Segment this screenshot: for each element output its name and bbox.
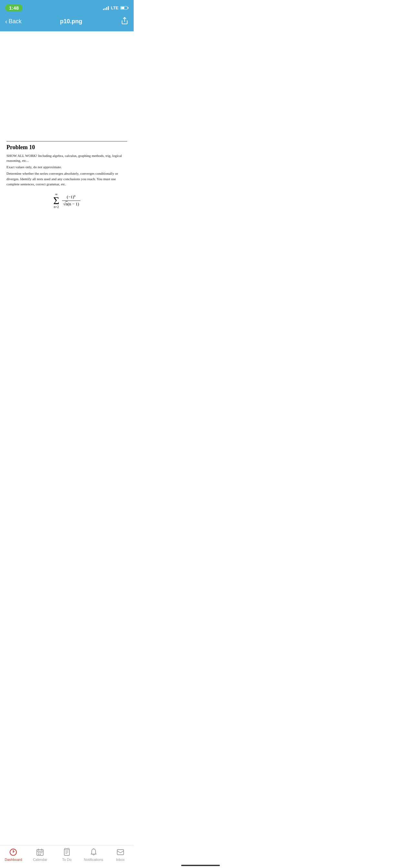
problem-instruction-1: SHOW ALL WORK! Including algebra, calcul… — [6, 153, 127, 163]
problem-title: Problem 10 — [6, 144, 127, 151]
battery-icon — [120, 6, 128, 10]
battery-fill — [121, 7, 124, 9]
fraction-block: (−1)n √n(n − 1) — [62, 194, 81, 206]
sum-lower-limit: n=2 — [54, 205, 59, 209]
problem-section: Problem 10 SHOW ALL WORK! Including alge… — [6, 141, 127, 209]
share-button[interactable] — [121, 17, 128, 26]
signal-bar-1 — [103, 9, 104, 10]
content-area: Problem 10 SHOW ALL WORK! Including alge… — [0, 31, 134, 346]
battery-body — [120, 6, 127, 10]
problem-instruction-2: Exact values only, do not approximate. — [6, 165, 127, 169]
content-spacer-top — [6, 38, 127, 141]
math-formula-container: ∞ Σ n=2 (−1)n √n(n − 1) — [6, 192, 127, 209]
status-time: 1:48 — [5, 4, 23, 11]
status-bar: 1:48 LTE — [0, 0, 134, 14]
fraction-bar — [62, 200, 81, 201]
page-title: p10.png — [60, 18, 82, 25]
signal-bar-3 — [106, 7, 107, 10]
back-chevron-icon: ‹ — [5, 18, 7, 25]
signal-bars — [103, 5, 109, 10]
fraction-numerator: (−1)n — [66, 194, 77, 199]
signal-bar-4 — [108, 6, 109, 10]
problem-instruction-3: Determine whether the series converges a… — [6, 171, 127, 187]
content-spacer-bottom — [6, 214, 127, 343]
signal-bar-2 — [104, 8, 105, 10]
share-icon — [121, 17, 128, 25]
lte-label: LTE — [111, 5, 119, 10]
summation-block: ∞ Σ n=2 — [53, 192, 59, 209]
back-button[interactable]: ‹ Back — [5, 18, 22, 25]
status-right: LTE — [103, 5, 128, 10]
nav-bar: ‹ Back p10.png — [0, 14, 134, 31]
battery-tip — [128, 7, 128, 9]
fraction-denominator: √n(n − 1) — [62, 202, 81, 207]
math-formula: ∞ Σ n=2 (−1)n √n(n − 1) — [53, 192, 81, 209]
back-label: Back — [9, 18, 22, 25]
summation-sigma: Σ — [53, 196, 59, 206]
